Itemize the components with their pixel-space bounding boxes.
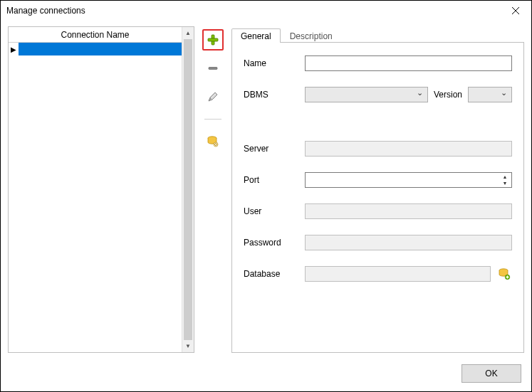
svg-rect-3 (208, 38, 218, 41)
server-input[interactable] (305, 141, 512, 157)
plus-icon (207, 34, 219, 46)
row-indicator-icon: ▶ (9, 43, 19, 55)
tab-description[interactable]: Description (281, 28, 342, 43)
link-database-button[interactable] (202, 131, 224, 152)
content-area: Connection Name ▶ ▲ ▼ (8, 26, 524, 353)
name-label: Name (244, 58, 305, 68)
connection-list[interactable]: Connection Name ▶ (9, 27, 182, 352)
port-input[interactable]: ▲ ▼ (305, 172, 512, 188)
password-input[interactable] (305, 235, 512, 250)
titlebar: Manage connections (1, 1, 531, 21)
name-input[interactable] (305, 55, 512, 71)
list-item[interactable]: ▶ (9, 43, 182, 55)
form-panel: General Description Name DBMS Version (231, 26, 524, 353)
scroll-up-button[interactable]: ▲ (182, 27, 194, 39)
user-label: User (244, 206, 305, 216)
dbms-select[interactable] (305, 87, 428, 102)
connection-list-panel: Connection Name ▶ ▲ ▼ (8, 26, 194, 353)
user-input[interactable] (305, 203, 512, 219)
ok-button[interactable]: OK (461, 364, 521, 383)
password-label: Password (244, 238, 305, 248)
dbms-label: DBMS (244, 90, 305, 100)
database-link-icon (207, 135, 219, 148)
list-scrollbar[interactable]: ▲ ▼ (182, 27, 194, 352)
database-input[interactable] (305, 266, 491, 282)
svg-point-8 (214, 142, 218, 147)
tabpage-general: Name DBMS Version Server (231, 42, 524, 353)
remove-connection-button[interactable] (202, 58, 224, 79)
connection-list-header[interactable]: Connection Name (9, 27, 182, 43)
browse-database-button[interactable] (496, 266, 512, 282)
port-label: Port (244, 175, 305, 185)
scroll-down-button[interactable]: ▼ (182, 340, 194, 352)
version-select[interactable] (468, 87, 512, 102)
tabstrip: General Description (231, 26, 524, 42)
tab-general[interactable]: General (231, 28, 281, 43)
database-add-icon (498, 267, 511, 280)
connection-name-cell[interactable] (19, 43, 182, 55)
scroll-thumb[interactable] (184, 39, 192, 340)
manage-connections-window: Manage connections Connection Name ▶ ▲ (0, 0, 532, 392)
tool-separator (204, 119, 221, 120)
server-label: Server (244, 144, 305, 154)
pencil-icon (207, 91, 219, 102)
port-spin-up[interactable]: ▲ (499, 174, 511, 180)
close-icon (512, 7, 519, 14)
port-spin-down[interactable]: ▼ (499, 180, 511, 186)
add-connection-button[interactable] (202, 29, 224, 51)
connection-list-body: ▶ (9, 43, 182, 352)
dialog-footer: OK (461, 364, 521, 383)
database-label: Database (244, 269, 305, 279)
window-title: Manage connections (6, 6, 85, 16)
scroll-track[interactable] (182, 39, 194, 340)
minus-icon (207, 63, 219, 74)
svg-rect-4 (209, 68, 217, 70)
version-label: Version (434, 90, 462, 100)
edit-connection-button[interactable] (202, 86, 224, 107)
close-button[interactable] (506, 4, 526, 18)
tool-column (199, 26, 227, 353)
